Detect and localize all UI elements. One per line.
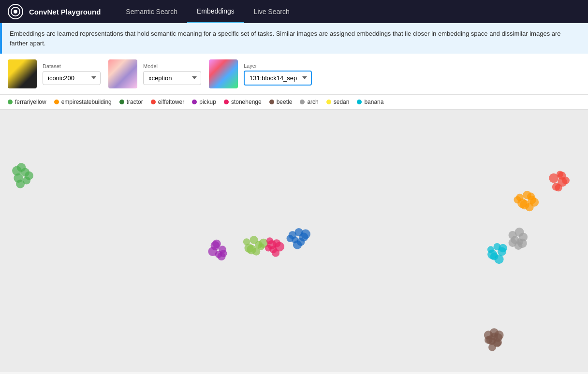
legend-dot-pickup xyxy=(192,100,197,104)
model-control: Model xception xyxy=(108,59,201,88)
legend-label-ferrariyellow: ferrariyellow xyxy=(15,99,46,105)
scatter-dot xyxy=(267,240,276,249)
legend-dot-sedan xyxy=(326,100,331,104)
navbar: ConvNet Playground Semantic Search Embed… xyxy=(0,0,588,23)
scatter-dot xyxy=(514,242,523,250)
scatter-dot xyxy=(12,166,22,176)
legend-label-pickup: pickup xyxy=(199,99,216,105)
svg-point-1 xyxy=(14,10,17,14)
legend-item-beetle: beetle xyxy=(269,99,293,105)
model-thumbnail xyxy=(108,59,137,88)
scatter-dot xyxy=(558,172,566,180)
legend-label-eiffeltower: eiffeltower xyxy=(158,99,184,105)
legend-item-banana: banana xyxy=(357,99,383,105)
legend-dot-banana xyxy=(357,100,362,104)
scatter-dot xyxy=(272,249,279,257)
legend-item-eiffeltower: eiffeltower xyxy=(151,99,184,105)
info-banner: Embeddings are learned representations t… xyxy=(0,23,588,54)
scatter-plot xyxy=(0,110,588,372)
layer-select[interactable]: 131:block14_sep xyxy=(244,71,312,86)
layer-thumbnail xyxy=(209,59,238,88)
scatter-dot xyxy=(208,247,217,256)
scatter-dot xyxy=(212,240,221,248)
layer-label: Layer xyxy=(244,63,312,69)
legend-dot-empirestatebuilding xyxy=(54,100,59,104)
legend-dot-tractor xyxy=(119,100,124,104)
scatter-dot xyxy=(287,235,294,242)
legend-item-pickup: pickup xyxy=(192,99,216,105)
model-select[interactable]: xception xyxy=(143,71,201,85)
legend-dot-stonehenge xyxy=(224,100,229,104)
scatter-dot xyxy=(220,250,227,257)
legend-item-stonehenge: stonehenge xyxy=(224,99,262,105)
dataset-thumbnail xyxy=(8,59,37,88)
legend-item-tractor: tractor xyxy=(119,99,143,105)
legend-label-arch: arch xyxy=(307,99,318,105)
scatter-dot xyxy=(527,193,535,201)
svg-point-5 xyxy=(488,344,496,351)
scatter-dot xyxy=(487,250,497,259)
tab-semantic-search[interactable]: Semantic Search xyxy=(116,0,187,23)
legend-row: ferrariyellowempirestatebuildingtractore… xyxy=(0,95,588,110)
layer-control: Layer 131:block14_sep xyxy=(209,59,312,88)
dataset-label: Dataset xyxy=(43,63,101,69)
legend-dot-ferrariyellow xyxy=(8,100,13,104)
scatter-dot xyxy=(23,177,30,185)
app-title: ConvNet Playground xyxy=(29,8,101,16)
scatter-dot xyxy=(293,240,302,249)
legend-label-empirestatebuilding: empirestatebuilding xyxy=(61,99,112,105)
legend-label-stonehenge: stonehenge xyxy=(231,99,262,105)
scatter-dot xyxy=(514,196,521,203)
dataset-control: Dataset iconic200 xyxy=(8,59,101,88)
scatter-dot xyxy=(555,184,562,191)
legend-label-beetle: beetle xyxy=(277,99,293,105)
model-label: Model xyxy=(143,63,201,69)
scatter-dot xyxy=(301,230,310,239)
legend-dot-beetle xyxy=(269,100,274,104)
legend-label-banana: banana xyxy=(364,99,383,105)
tab-live-search[interactable]: Live Search xyxy=(244,0,299,23)
scatter-dot xyxy=(499,244,507,252)
app-logo xyxy=(8,4,23,19)
legend-item-ferrariyellow: ferrariyellow xyxy=(8,99,46,105)
legend-dot-eiffeltower xyxy=(151,100,156,104)
scatter-dot xyxy=(244,244,253,253)
legend-label-tractor: tractor xyxy=(127,99,143,105)
legend-label-sedan: sedan xyxy=(334,99,350,105)
dataset-select[interactable]: iconic200 xyxy=(43,71,101,85)
controls-row: Dataset iconic200 Model xception Layer 1… xyxy=(0,54,588,95)
legend-dot-arch xyxy=(300,100,305,104)
legend-item-sedan: sedan xyxy=(326,99,350,105)
nav-tabs: Semantic Search Embeddings Live Search xyxy=(116,0,299,23)
tab-embeddings[interactable]: Embeddings xyxy=(187,0,244,23)
dataset-label-select: Dataset iconic200 xyxy=(43,63,101,85)
scatter-area xyxy=(0,110,588,372)
layer-label-select: Layer 131:block14_sep xyxy=(244,63,312,86)
legend-item-empirestatebuilding: empirestatebuilding xyxy=(54,99,112,105)
legend-item-arch: arch xyxy=(300,99,318,105)
model-label-select: Model xception xyxy=(143,63,201,85)
